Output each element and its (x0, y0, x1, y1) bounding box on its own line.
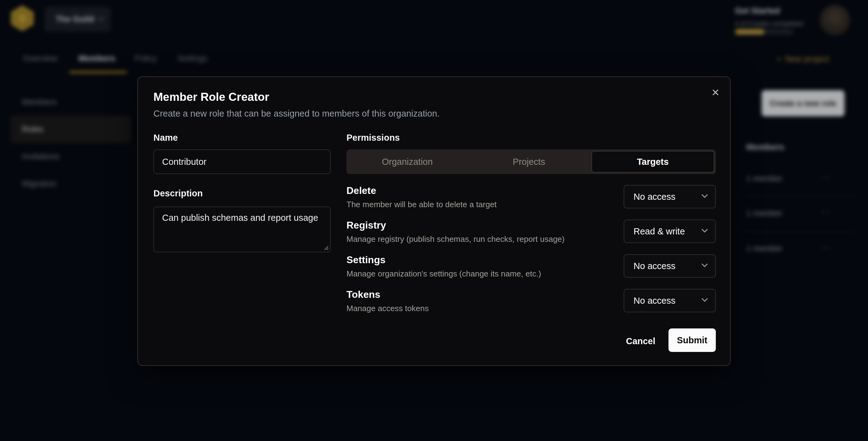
delete-access-select[interactable]: No access (624, 185, 716, 209)
member-role-creator-dialog: × Member Role Creator Create a new role … (137, 76, 731, 366)
description-textarea[interactable]: Can publish schemas and report usage (153, 207, 331, 252)
permission-title-settings: Settings (346, 254, 385, 266)
tab-organization[interactable]: Organization (346, 149, 468, 174)
chevron-down-icon (701, 228, 708, 234)
registry-access-select[interactable]: Read & write (624, 220, 716, 243)
name-input[interactable] (153, 149, 331, 174)
permission-desc-delete: The member will be able to delete a targ… (346, 200, 497, 209)
close-icon[interactable]: × (708, 85, 723, 100)
tab-projects[interactable]: Projects (468, 149, 590, 174)
permission-desc-settings: Manage organization's settings (change i… (346, 269, 541, 279)
permission-title-delete: Delete (346, 185, 376, 196)
permission-desc-registry: Manage registry (publish schemas, run ch… (346, 234, 564, 244)
permission-title-tokens: Tokens (346, 289, 380, 300)
settings-access-select[interactable]: No access (624, 254, 716, 278)
permission-desc-tokens: Manage access tokens (346, 304, 429, 313)
permissions-tab-bar: Organization Projects Targets (346, 149, 716, 174)
description-label: Description (153, 188, 203, 198)
tab-targets[interactable]: Targets (591, 151, 714, 172)
permission-title-registry: Registry (346, 220, 386, 231)
chevron-down-icon (701, 298, 708, 304)
cancel-button[interactable]: Cancel (614, 331, 667, 351)
dialog-title: Member Role Creator (153, 91, 269, 104)
permissions-label: Permissions (346, 133, 400, 143)
chevron-down-icon (701, 263, 708, 269)
dialog-subtitle: Create a new role that can be assigned t… (153, 108, 440, 119)
tokens-access-select[interactable]: No access (624, 289, 716, 312)
name-label: Name (153, 133, 178, 143)
chevron-down-icon (701, 194, 708, 199)
submit-button[interactable]: Submit (669, 328, 716, 352)
